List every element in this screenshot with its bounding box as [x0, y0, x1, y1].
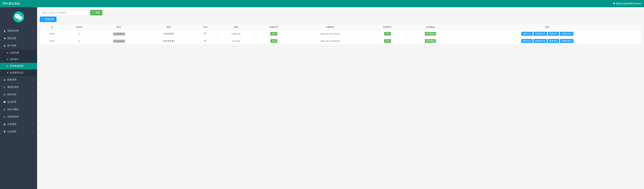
submenu-user: 会员列表 马甲用户 轮询客服列表 会员登录日志 [0, 50, 37, 76]
menu-group-mgmt[interactable]: 群组管理 [0, 76, 37, 84]
table-row: 6078 0 ████████ v8科技客服 男 67641.40 添加 202… [40, 30, 641, 38]
cell-id: 6079 [40, 38, 64, 45]
cell-balance: 1477.00 [217, 38, 255, 45]
table-header-row: ID 轮询ID 帐号 昵称 性别 余额 客服术语 注册时间 启/禁用户 启/禁客… [40, 24, 641, 30]
action-btn-3[interactable]: 设置轮询ID [560, 39, 574, 43]
cell-gender: 男 [194, 38, 217, 45]
menu-session-mgmt[interactable]: 会话管理 [0, 98, 37, 106]
add-member-button[interactable]: 添加会员 [40, 16, 56, 22]
cell-actions: 查看会话查看通讯录重置密码设置轮询ID [454, 30, 641, 38]
chevron-down-icon [32, 116, 34, 118]
menu-phone-contacts[interactable]: 手机通讯录 [0, 113, 37, 120]
sub-login-log[interactable]: 会员登录日志 [0, 70, 37, 76]
svg-point-3 [16, 15, 17, 16]
menu-system-settings[interactable]: 系统设置 [0, 34, 37, 42]
col-actions: 操作 [454, 24, 641, 30]
main-content: 搜索 添加会员 ID 轮询ID 帐号 昵称 性别 余额 客服术语 注册时间 [37, 7, 644, 189]
topbar: 即时通讯系统 欢迎你,超级管理员:admin [0, 0, 644, 7]
menu-notice-mgmt[interactable]: 公告管理 [0, 128, 37, 136]
cell-regtime: 2021-10-14 21:45:51 [292, 30, 368, 38]
user-status-badge[interactable]: 正常 [384, 32, 391, 36]
app-title: 即时通讯系统 [3, 2, 20, 6]
data-table: ID 轮询ID 帐号 昵称 性别 余额 客服术语 注册时间 启/禁用户 启/禁客… [40, 24, 641, 45]
chevron-down-icon [32, 108, 34, 110]
action-btn-2[interactable]: 重置密码 [548, 39, 559, 43]
cell-poll-id: 0 [64, 38, 94, 45]
menu-article-mgmt[interactable]: 文章管理 [0, 120, 37, 128]
sub-member-list[interactable]: 会员列表 [0, 50, 37, 56]
action-btn-1[interactable]: 查看通讯录 [534, 32, 547, 36]
cell-nick: v8科技客服 [144, 30, 194, 38]
service-status-badge[interactable]: 禁用客服 [425, 32, 436, 36]
col-term: 客服术语 [255, 24, 292, 30]
menu-custom-site[interactable]: 自定义网站 [0, 106, 37, 113]
gear-icon [612, 2, 615, 5]
action-btn-2[interactable]: 重置密码 [548, 32, 559, 36]
col-id: ID [40, 24, 64, 30]
term-badge[interactable]: 添加 [270, 32, 277, 36]
search-icon [92, 12, 94, 14]
chevron-down-icon [32, 101, 34, 103]
chevron-down-icon [32, 38, 34, 39]
menu-contacts-mgmt[interactable]: 通讯录管理 [0, 84, 37, 91]
service-status-badge[interactable]: 禁用客服 [425, 39, 436, 43]
svg-point-4 [18, 15, 19, 16]
cell-nick: V8科技客服2 [144, 38, 194, 45]
svg-point-5 [19, 17, 20, 18]
action-btn-1[interactable]: 查看通讯录 [534, 39, 547, 43]
col-user-status: 启/禁用户 [368, 24, 407, 30]
cell-id: 6078 [40, 30, 64, 38]
action-btn-0[interactable]: 查看会话 [521, 32, 533, 36]
menu-finance-mgmt[interactable]: 财务管理 [0, 91, 37, 98]
col-service-status: 启/禁客服 [407, 24, 454, 30]
user-status-badge[interactable]: 正常 [384, 39, 391, 43]
col-account: 帐号 [94, 24, 144, 30]
cell-term: 添加 [255, 38, 292, 45]
cell-user-status: 正常 [368, 30, 407, 38]
cell-regtime: 2021-10-14 22:05:45 [292, 38, 368, 45]
chevron-down-icon [32, 86, 34, 88]
cell-account: ████████ [94, 30, 144, 38]
menu-user-mgmt[interactable]: 用户管理 [0, 42, 37, 50]
action-btn-3[interactable]: 设置轮询ID [560, 32, 574, 36]
sub-poll-service-list[interactable]: 轮询客服列表 [0, 63, 37, 70]
col-gender: 性别 [194, 24, 217, 30]
col-regtime: 注册时间 [292, 24, 368, 30]
search-input[interactable] [40, 10, 88, 16]
cell-gender: 男 [194, 30, 217, 38]
sub-majia-user[interactable]: 马甲用户 [0, 56, 37, 63]
cell-account: ████████ [94, 38, 144, 45]
svg-point-2 [18, 16, 22, 20]
chevron-down-icon [32, 79, 34, 81]
chevron-down-icon [32, 94, 34, 96]
chevron-down-icon [32, 30, 34, 32]
cell-poll-id: 0 [64, 30, 94, 38]
menu-admin-list[interactable]: 管理员列表 [0, 27, 37, 34]
cell-actions: 查看会话查看通讯录重置密码设置轮询ID [454, 38, 641, 45]
cell-term: 添加 [255, 30, 292, 38]
chevron-down-icon [32, 124, 34, 125]
col-nick: 昵称 [144, 24, 194, 30]
welcome-text[interactable]: 欢迎你,超级管理员:admin [612, 2, 641, 5]
chevron-up-icon [32, 45, 34, 47]
cell-user-status: 正常 [368, 38, 407, 45]
cell-service-status: 禁用客服 [407, 30, 454, 38]
cell-service-status: 禁用客服 [407, 38, 454, 45]
chevron-down-icon [32, 131, 34, 133]
svg-point-6 [20, 17, 21, 18]
search-button[interactable]: 搜索 [90, 10, 102, 16]
action-btn-0[interactable]: 查看会话 [521, 39, 533, 43]
logo [0, 7, 37, 27]
col-balance: 余额 [217, 24, 255, 30]
table-row: 6079 0 ████████ V8科技客服2 男 1477.00 添加 202… [40, 38, 641, 45]
sidebar: 管理员列表 系统设置 用户管理 会员列表 马甲用户 轮询客服列表 会员登录日志 … [0, 7, 37, 189]
plus-icon [42, 18, 44, 20]
col-poll-id: 轮询ID [64, 24, 94, 30]
cell-balance: 67641.40 [217, 30, 255, 38]
term-badge[interactable]: 添加 [270, 39, 277, 43]
